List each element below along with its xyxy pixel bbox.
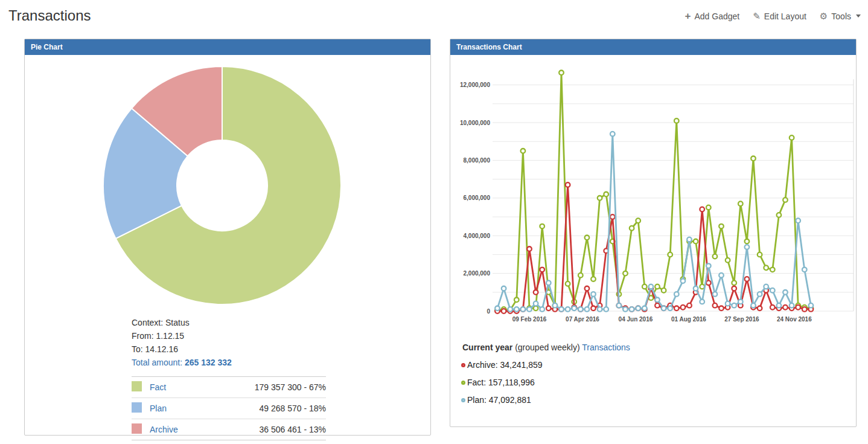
data-point-plan[interactable] bbox=[534, 301, 538, 306]
data-point-archive[interactable] bbox=[700, 207, 704, 212]
data-point-archive[interactable] bbox=[610, 214, 615, 219]
data-point-plan[interactable] bbox=[540, 307, 544, 312]
data-point-archive[interactable] bbox=[758, 306, 762, 311]
data-point-archive[interactable] bbox=[713, 303, 718, 308]
data-point-plan[interactable] bbox=[700, 300, 704, 304]
data-point-plan[interactable] bbox=[726, 301, 730, 306]
data-point-plan[interactable] bbox=[668, 306, 672, 311]
data-point-archive[interactable] bbox=[655, 303, 660, 308]
data-point-plan[interactable] bbox=[674, 292, 679, 297]
data-point-plan[interactable] bbox=[623, 307, 628, 312]
data-point-fact[interactable] bbox=[540, 224, 544, 229]
data-point-fact[interactable] bbox=[578, 273, 583, 278]
data-point-fact[interactable] bbox=[790, 135, 794, 140]
data-point-plan[interactable] bbox=[738, 300, 743, 304]
data-point-plan[interactable] bbox=[566, 307, 570, 312]
data-point-fact[interactable] bbox=[764, 265, 768, 270]
data-point-fact[interactable] bbox=[694, 239, 698, 244]
data-point-plan[interactable] bbox=[553, 303, 558, 308]
pie-legend-link-archive[interactable]: Archive bbox=[150, 425, 178, 434]
data-point-plan[interactable] bbox=[559, 307, 564, 312]
data-point-fact[interactable] bbox=[623, 271, 628, 276]
data-point-plan[interactable] bbox=[751, 303, 756, 308]
data-point-fact[interactable] bbox=[706, 205, 711, 210]
data-point-plan[interactable] bbox=[809, 303, 814, 308]
tools-menu-button[interactable]: ⚙ Tools bbox=[820, 11, 861, 21]
data-point-plan[interactable] bbox=[572, 306, 576, 311]
data-point-plan[interactable] bbox=[546, 280, 551, 285]
data-point-fact[interactable] bbox=[521, 149, 526, 153]
data-point-archive[interactable] bbox=[745, 277, 750, 282]
data-point-plan[interactable] bbox=[610, 132, 615, 137]
data-point-fact[interactable] bbox=[758, 253, 762, 257]
data-point-fact[interactable] bbox=[514, 297, 519, 302]
data-point-plan[interactable] bbox=[598, 307, 602, 312]
data-point-plan[interactable] bbox=[790, 303, 794, 308]
data-point-fact[interactable] bbox=[770, 268, 775, 272]
data-point-plan[interactable] bbox=[636, 306, 640, 311]
data-point-plan[interactable] bbox=[783, 290, 788, 295]
data-point-fact[interactable] bbox=[559, 71, 564, 76]
data-point-fact[interactable] bbox=[630, 226, 634, 231]
data-point-plan[interactable] bbox=[713, 292, 718, 297]
data-point-fact[interactable] bbox=[534, 306, 538, 311]
data-point-fact[interactable] bbox=[719, 224, 724, 229]
data-point-fact[interactable] bbox=[604, 192, 608, 197]
pie-legend-link-fact[interactable]: Fact bbox=[150, 382, 166, 392]
data-point-plan[interactable] bbox=[591, 292, 596, 297]
data-point-plan[interactable] bbox=[655, 297, 660, 302]
pie-legend-link-plan[interactable]: Plan bbox=[150, 404, 167, 413]
data-point-archive[interactable] bbox=[706, 280, 711, 285]
data-point-plan[interactable] bbox=[649, 285, 654, 289]
data-point-plan[interactable] bbox=[508, 307, 512, 312]
data-point-fact[interactable] bbox=[642, 285, 647, 289]
data-point-archive[interactable] bbox=[585, 286, 590, 291]
data-point-fact[interactable] bbox=[566, 282, 570, 286]
data-point-fact[interactable] bbox=[591, 277, 596, 282]
data-point-archive[interactable] bbox=[546, 306, 551, 311]
data-point-fact[interactable] bbox=[738, 201, 743, 206]
transactions-chart-gadget-header[interactable]: Transactions Chart bbox=[450, 39, 856, 55]
data-point-plan[interactable] bbox=[604, 307, 608, 312]
data-point-plan[interactable] bbox=[662, 306, 666, 311]
data-point-plan[interactable] bbox=[732, 303, 736, 308]
data-point-archive[interactable] bbox=[783, 305, 788, 310]
data-point-plan[interactable] bbox=[617, 303, 622, 308]
data-point-archive[interactable] bbox=[534, 290, 538, 295]
data-point-plan[interactable] bbox=[495, 306, 500, 311]
data-point-plan[interactable] bbox=[585, 307, 590, 312]
data-point-fact[interactable] bbox=[598, 196, 602, 201]
add-gadget-button[interactable]: + Add Gadget bbox=[685, 11, 740, 21]
data-point-plan[interactable] bbox=[514, 307, 519, 312]
data-point-fact[interactable] bbox=[674, 118, 679, 123]
pie-chart-gadget-header[interactable]: Pie Chart bbox=[25, 39, 430, 55]
data-point-plan[interactable] bbox=[694, 286, 698, 291]
data-point-plan[interactable] bbox=[681, 278, 686, 283]
data-point-plan[interactable] bbox=[527, 307, 532, 312]
data-point-plan[interactable] bbox=[745, 245, 750, 249]
data-point-archive[interactable] bbox=[591, 306, 596, 311]
data-point-fact[interactable] bbox=[655, 285, 660, 289]
data-point-plan[interactable] bbox=[642, 306, 647, 311]
data-point-fact[interactable] bbox=[726, 258, 730, 263]
data-point-fact[interactable] bbox=[732, 280, 736, 285]
transactions-link[interactable]: Transactions bbox=[582, 343, 630, 352]
edit-layout-button[interactable]: ✎ Edit Layout bbox=[753, 11, 806, 21]
data-point-plan[interactable] bbox=[796, 218, 800, 223]
data-point-plan[interactable] bbox=[764, 285, 768, 289]
data-point-archive[interactable] bbox=[802, 307, 807, 312]
data-point-plan[interactable] bbox=[502, 286, 506, 291]
data-point-plan[interactable] bbox=[777, 303, 782, 308]
data-point-plan[interactable] bbox=[706, 263, 711, 268]
data-point-plan[interactable] bbox=[758, 292, 762, 297]
data-point-archive[interactable] bbox=[681, 305, 686, 310]
data-point-fact[interactable] bbox=[662, 288, 666, 293]
data-point-plan[interactable] bbox=[578, 307, 583, 312]
data-point-archive[interactable] bbox=[540, 268, 544, 272]
data-point-plan[interactable] bbox=[770, 288, 775, 293]
data-point-plan[interactable] bbox=[719, 273, 724, 278]
data-point-archive[interactable] bbox=[502, 309, 506, 314]
data-point-plan[interactable] bbox=[630, 307, 634, 312]
data-point-fact[interactable] bbox=[713, 254, 718, 259]
data-point-archive[interactable] bbox=[770, 305, 775, 310]
